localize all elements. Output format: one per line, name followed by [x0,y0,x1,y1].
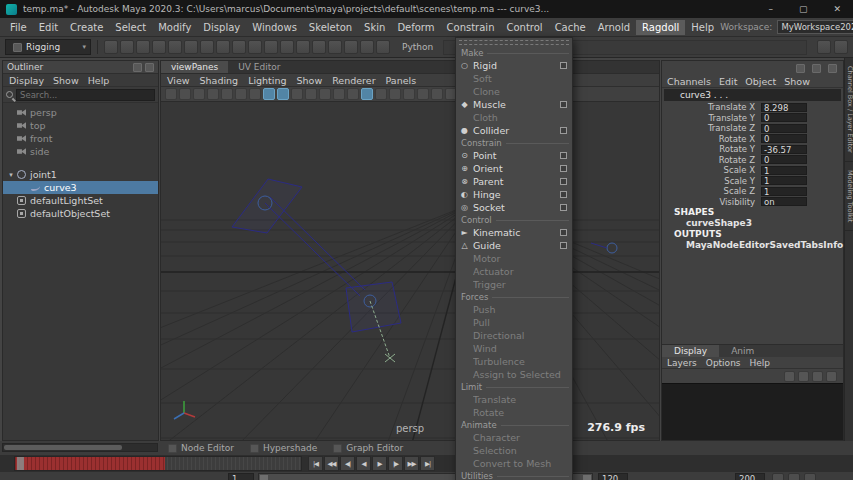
panel-tab-hypershade[interactable]: Hypershade [250,443,317,453]
layer-visibility-icon[interactable] [784,371,795,382]
viewport-tab-uv-editor[interactable]: UV Editor [228,61,290,73]
snap-to-point-icon[interactable] [312,40,326,54]
outliner-menu-display[interactable]: Display [9,75,44,86]
menu-item-orient[interactable]: ⊕Orient [456,162,572,175]
menu-item-hinge[interactable]: ◐Hinge [456,188,572,201]
eye-filter-icon[interactable] [145,63,154,72]
auto-keyframe-icon[interactable] [788,473,800,480]
maximize-button[interactable]: ▢ [799,4,808,14]
channel-value-scale-y[interactable]: 1 [761,176,807,185]
channel-value-visibility[interactable]: on [761,197,807,206]
channel-value-translate-z[interactable]: 0 [761,124,807,133]
viewport-menu-panels[interactable]: Panels [386,75,417,86]
channel-value-scale-x[interactable]: 1 [761,166,807,175]
channel-value-scale-z[interactable]: 1 [761,187,807,196]
menu-item-rigid[interactable]: ○Rigid [456,59,572,72]
scrollbar-thumb[interactable] [4,445,122,450]
option-box-icon[interactable] [560,191,567,198]
outliner-item-top[interactable]: top [3,119,158,132]
select-tool-icon[interactable] [184,40,198,54]
search-input[interactable] [16,89,155,101]
current-frame-field[interactable]: 1 [228,473,254,480]
make-live-icon[interactable] [344,40,358,54]
outliner-item-front[interactable]: front [3,132,158,145]
layer-list[interactable] [662,383,843,440]
snap-to-curve-icon[interactable] [296,40,310,54]
node-curveshape3[interactable]: curveShape3 [662,218,843,229]
menubar-item-select[interactable]: Select [109,20,152,35]
safe-action-icon[interactable] [347,88,359,100]
layer-options-icon[interactable] [826,371,837,382]
menubar-item-skin[interactable]: Skin [358,20,391,35]
scale-tool-icon[interactable] [264,40,278,54]
viewport-canvas[interactable]: persp 276.9 fps [161,102,659,440]
step-back-frame-button[interactable]: ◀| [340,456,355,471]
layer-tab-anim[interactable]: Anim [719,345,766,357]
xray-icon[interactable] [389,88,401,100]
film-gate-icon[interactable] [291,88,303,100]
sliders-icon[interactable] [796,64,805,73]
outliner-item-side[interactable]: side [3,145,158,158]
outliner-menu-help[interactable]: Help [88,75,110,86]
joint-indicator-3[interactable] [607,243,617,253]
redo-icon[interactable] [168,40,182,54]
open-scene-icon[interactable] [120,40,134,54]
go-to-start-button[interactable]: |◀ [308,456,323,471]
channel-translate-x[interactable]: Translate X8.298 [662,102,843,113]
menubar-item-skeleton[interactable]: Skeleton [303,20,358,35]
panel-tab-graph-editor[interactable]: Graph Editor [333,443,403,453]
select-camera-icon[interactable] [165,88,177,100]
channel-value-rotate-z[interactable]: 0 [761,155,807,164]
outliner-item-defaultlightset[interactable]: defaultLightSet [3,194,158,207]
node-mayanodeeditorsavedtabsinfo[interactable]: MayaNodeEditorSavedTabsInfo [662,240,843,251]
range-start-handle[interactable] [260,475,268,480]
channel-value-translate-y[interactable]: 0 [761,113,807,122]
close-button[interactable]: ✕ [833,4,841,14]
lock-camera-icon[interactable] [179,88,191,100]
channel-translate-y[interactable]: Translate Y0 [662,113,843,124]
lasso-select-icon[interactable] [200,40,214,54]
wireframe-icon[interactable] [431,88,443,100]
channel-box-menu-channels[interactable]: Channels [667,76,711,87]
option-box-icon[interactable] [560,101,567,108]
pin-icon[interactable] [828,64,837,73]
channel-rotate-z[interactable]: Rotate Z0 [662,155,843,166]
animation-end-field[interactable]: 200 [735,473,765,480]
range-end-handle[interactable] [583,475,591,480]
outliner-item-curve3[interactable]: curve3 [3,181,158,194]
time-slider-ruler[interactable] [14,456,302,471]
menubar-item-modify[interactable]: Modify [152,20,197,35]
outliner-horizontal-scrollbar[interactable] [2,443,158,452]
animation-preferences-icon[interactable] [804,473,816,480]
outliner-item-joint1[interactable]: ▾joint1 [3,168,158,181]
channel-visibility[interactable]: Visibilityon [662,197,843,208]
option-box-icon[interactable] [560,165,567,172]
character-set-icon[interactable] [772,473,784,480]
save-scene-icon[interactable] [136,40,150,54]
new-empty-layer-icon[interactable] [798,371,809,382]
bone-1[interactable] [265,203,360,296]
camera-attributes-icon[interactable] [193,88,205,100]
layer-menu-help[interactable]: Help [750,358,771,368]
snap-to-view-plane-icon[interactable] [328,40,342,54]
step-forward-frame-button[interactable]: |▶ [388,456,403,471]
side-tab-modeling-toolkit[interactable]: Modeling Toolkit [845,162,853,231]
menubar-item-ragdoll[interactable]: Ragdoll [636,20,685,35]
menubar-item-edit[interactable]: Edit [33,20,64,35]
image-plane-icon[interactable] [221,88,233,100]
bone-1b[interactable] [270,197,365,290]
viewport-menu-lighting[interactable]: Lighting [248,75,286,86]
highlight-selection-icon[interactable] [375,88,387,100]
menu-item-socket[interactable]: ◎Socket [456,201,572,214]
menubar-item-windows[interactable]: Windows [246,20,303,35]
menubar-item-constrain[interactable]: Constrain [441,20,501,35]
bone-2[interactable] [591,243,607,248]
new-layer-from-selected-icon[interactable] [812,371,823,382]
snap-together-icon[interactable] [360,40,374,54]
channel-rotate-x[interactable]: Rotate X0 [662,134,843,145]
side-tab-channel-box-layer-editor[interactable]: Channel Box / Layer Editor [845,58,853,162]
bookmark-icon[interactable] [207,88,219,100]
move-tool-icon[interactable] [232,40,246,54]
viewport-menu-renderer[interactable]: Renderer [332,75,375,86]
option-box-icon[interactable] [560,127,567,134]
